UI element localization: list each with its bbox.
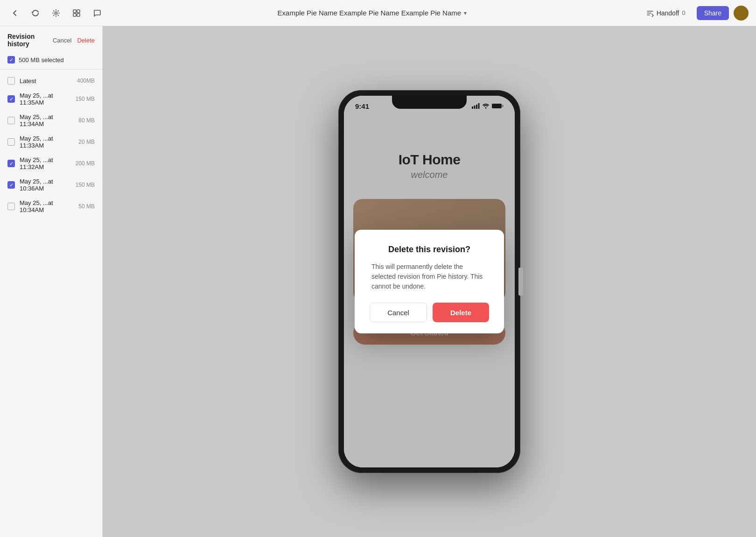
modal-title: Delete this revision? [370, 245, 489, 254]
modal-body: This will permanently delete the selecte… [370, 262, 489, 291]
revision-name: May 25, ...at 11:35AM [20, 92, 71, 106]
revision-name: May 25, ...at 11:33AM [20, 135, 74, 149]
pages-button[interactable] [69, 6, 84, 21]
settings-button[interactable] [49, 6, 63, 21]
modal-delete-button[interactable]: Delete [433, 303, 489, 322]
revision-name: May 25, ...at 11:34AM [20, 113, 74, 127]
sidebar: Revision history Cancel Delete ✓ 500 MB … [0, 26, 103, 537]
revision-list: Latest400MB✓May 25, ...at 11:35AM150 MBM… [0, 70, 102, 221]
revision-name: May 25, ...at 10:34AM [20, 199, 74, 213]
header-center: Example Pie Name Example Pie Name Exampl… [105, 9, 640, 17]
selected-info: ✓ 500 MB selected [0, 52, 102, 70]
list-item[interactable]: Latest400MB [0, 73, 102, 88]
revision-size: 400MB [77, 78, 95, 84]
dropdown-arrow-icon[interactable]: ▾ [464, 10, 467, 16]
back-button[interactable] [7, 6, 22, 21]
revision-name: May 25, ...at 11:32AM [20, 156, 71, 170]
share-button[interactable]: Share [697, 6, 729, 20]
selected-label: 500 MB selected [19, 57, 64, 64]
header-right: Handoff 0 Share [640, 6, 749, 21]
revision-size: 150 MB [76, 96, 95, 102]
sidebar-cancel[interactable]: Cancel [53, 37, 71, 44]
modal-overlay: Delete this revision? This will permanen… [344, 96, 515, 467]
phone-container: 9:41 [338, 90, 520, 473]
svg-point-0 [55, 12, 57, 14]
refresh-button[interactable] [28, 6, 43, 21]
revision-checkbox[interactable] [7, 203, 15, 210]
revision-size: 80 MB [78, 117, 95, 124]
handoff-button[interactable]: Handoff 0 [640, 7, 692, 20]
revision-checkbox[interactable]: ✓ [7, 95, 15, 103]
modal-cancel-button[interactable]: Cancel [370, 303, 427, 322]
avatar [734, 6, 749, 21]
revision-checkbox[interactable]: ✓ [7, 160, 15, 167]
delete-modal: Delete this revision? This will permanen… [355, 230, 504, 333]
phone-screen: 9:41 [344, 96, 515, 467]
revision-name: May 25, ...at 10:36AM [20, 178, 71, 192]
list-item[interactable]: May 25, ...at 10:34AM50 MB [0, 196, 102, 217]
revision-checkbox[interactable] [7, 138, 15, 146]
handoff-label: Handoff [657, 9, 679, 17]
sidebar-delete[interactable]: Delete [77, 37, 95, 44]
list-item[interactable]: ✓May 25, ...at 11:35AM150 MB [0, 88, 102, 110]
svg-rect-2 [77, 10, 80, 13]
revision-size: 50 MB [78, 203, 95, 210]
list-item[interactable]: ✓May 25, ...at 10:36AM150 MB [0, 174, 102, 196]
chat-button[interactable] [90, 6, 105, 21]
list-item[interactable]: May 25, ...at 11:33AM20 MB [0, 131, 102, 153]
svg-rect-1 [73, 10, 76, 13]
svg-rect-3 [73, 14, 76, 16]
modal-buttons: Cancel Delete [370, 303, 489, 322]
project-title: Example Pie Name Example Pie Name Exampl… [278, 9, 462, 17]
header-left [7, 6, 105, 21]
revision-checkbox[interactable]: ✓ [7, 181, 15, 189]
revision-checkbox[interactable] [7, 77, 15, 85]
selected-checkbox: ✓ [7, 56, 15, 64]
phone-frame: 9:41 [338, 90, 520, 473]
revision-name: Latest [20, 78, 72, 85]
sidebar-header: Revision history Cancel Delete [0, 26, 102, 52]
svg-rect-4 [77, 14, 80, 16]
revision-size: 150 MB [76, 182, 95, 188]
handoff-count: 0 [682, 9, 685, 16]
side-handle [518, 268, 523, 296]
list-item[interactable]: May 25, ...at 11:34AM80 MB [0, 110, 102, 131]
list-item[interactable]: ✓May 25, ...at 11:32AM200 MB [0, 153, 102, 174]
revision-size: 20 MB [78, 139, 95, 145]
revision-checkbox[interactable] [7, 117, 15, 124]
revision-size: 200 MB [76, 160, 95, 167]
header: Example Pie Name Example Pie Name Exampl… [0, 0, 756, 26]
sidebar-title: Revision history [7, 33, 47, 48]
canvas-area: 9:41 [103, 26, 756, 537]
